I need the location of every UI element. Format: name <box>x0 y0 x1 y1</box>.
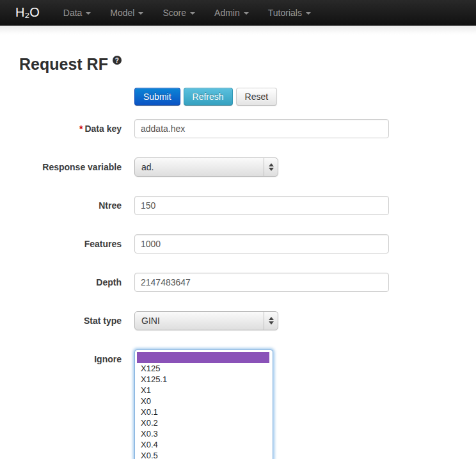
list-item[interactable]: X125.1 <box>137 374 269 385</box>
select-stepper-icon <box>264 312 278 330</box>
features-cell <box>134 234 389 254</box>
arrow-down-icon <box>269 321 274 325</box>
arrow-up-icon <box>269 163 274 166</box>
list-item[interactable]: X0.1 <box>137 407 269 417</box>
ignore-cell: X125 X125.1 X1 X0 X0.1 X0.2 X0.3 X0.4 X0… <box>134 350 273 459</box>
stat-type-select[interactable]: GINI <box>134 311 278 330</box>
data-key-label: *Data key <box>19 119 122 138</box>
nav-item-label: Admin <box>214 8 240 18</box>
response-variable-label: Response variable <box>19 157 122 177</box>
ntree-label: Ntree <box>19 196 122 215</box>
nav-item-label: Model <box>110 8 134 18</box>
depth-label: Depth <box>19 273 122 292</box>
form-row-data-key: *Data key <box>19 119 457 138</box>
arrow-down-icon <box>269 168 274 171</box>
arrow-up-icon <box>269 317 274 320</box>
form-row-ntree: Ntree <box>19 196 457 215</box>
form-row-features: Features <box>19 234 457 254</box>
nav-item-label: Data <box>63 8 83 18</box>
caret-down-icon <box>190 12 195 15</box>
list-item[interactable]: X125 <box>137 363 269 374</box>
response-variable-select[interactable]: ad. <box>134 157 278 177</box>
form-row-stat-type: Stat type GINI <box>19 311 457 330</box>
nav-item-admin[interactable]: Admin <box>205 0 258 25</box>
list-item[interactable]: X1 <box>137 385 269 396</box>
features-input[interactable] <box>134 234 389 254</box>
h2o-logo[interactable]: H₂O <box>0 5 54 20</box>
submit-button[interactable]: Submit <box>134 88 180 106</box>
data-key-input[interactable] <box>134 119 389 138</box>
nav-item-tutorials[interactable]: Tutorials <box>258 0 321 25</box>
list-item[interactable]: X0 <box>137 396 269 407</box>
nav-item-model[interactable]: Model <box>100 0 153 25</box>
data-key-cell <box>134 119 389 138</box>
page-title: Request RF <box>19 55 108 74</box>
caret-down-icon <box>306 12 311 15</box>
depth-input[interactable] <box>134 273 389 292</box>
form-actions: Submit Refresh Reset <box>134 88 457 106</box>
form-row-response-variable: Response variable ad. <box>19 157 457 177</box>
top-navbar: H₂O Data Model Score Admin Tutorials <box>0 0 476 26</box>
selected-value: ad. <box>135 162 264 172</box>
page-header: Request RF ? <box>19 55 457 74</box>
caret-down-icon <box>86 12 91 15</box>
selected-value: GINI <box>135 316 264 326</box>
depth-cell <box>134 273 389 292</box>
nav-item-data[interactable]: Data <box>54 0 101 25</box>
list-item[interactable]: X0.3 <box>137 428 269 439</box>
features-label: Features <box>19 234 122 254</box>
caret-down-icon <box>138 12 143 15</box>
caret-down-icon <box>244 12 249 15</box>
ignore-multiselect[interactable]: X125 X125.1 X1 X0 X0.1 X0.2 X0.3 X0.4 X0… <box>134 350 273 459</box>
nav-menu: Data Model Score Admin Tutorials <box>54 0 321 25</box>
nav-item-score[interactable]: Score <box>153 0 205 25</box>
list-item[interactable] <box>137 352 269 363</box>
stat-type-label: Stat type <box>19 311 122 330</box>
ignore-label: Ignore <box>19 350 122 459</box>
required-asterisk: * <box>79 124 83 134</box>
reset-button[interactable]: Reset <box>236 88 278 106</box>
list-item[interactable]: X0.5 <box>137 450 269 459</box>
select-stepper-icon <box>264 158 278 176</box>
form-row-depth: Depth <box>19 273 457 292</box>
refresh-button[interactable]: Refresh <box>184 88 233 106</box>
ntree-input[interactable] <box>134 196 389 215</box>
ntree-cell <box>134 196 389 215</box>
nav-item-label: Tutorials <box>268 8 302 18</box>
main-content: Request RF ? Submit Refresh Reset *Data … <box>0 35 476 459</box>
form-row-ignore: Ignore X125 X125.1 X1 X0 X0.1 X0.2 X0.3 … <box>19 350 457 459</box>
navbar-shadow <box>0 26 476 35</box>
list-item[interactable]: X0.4 <box>137 439 269 450</box>
nav-item-label: Score <box>163 8 186 18</box>
list-item[interactable]: X0.2 <box>137 417 269 428</box>
stat-type-cell: GINI <box>134 311 278 330</box>
help-icon[interactable]: ? <box>113 56 122 65</box>
response-variable-cell: ad. <box>134 157 278 177</box>
